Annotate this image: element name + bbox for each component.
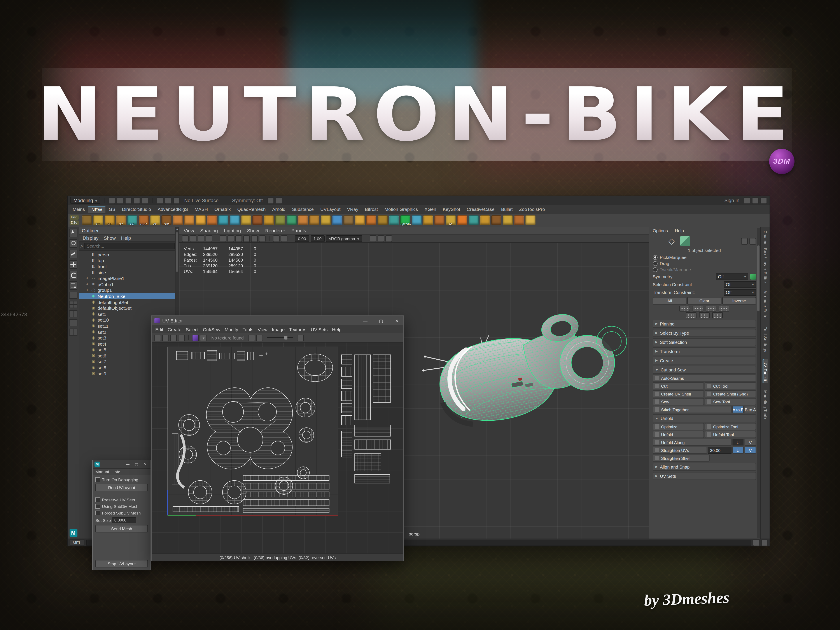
shelf-tool-icon[interactable] bbox=[207, 215, 217, 225]
shelf-tool-icon[interactable] bbox=[434, 215, 444, 225]
grid-snap-icon[interactable] bbox=[741, 238, 748, 244]
shelf-tab[interactable]: Ornatrix bbox=[211, 206, 234, 212]
shelf-tool-icon[interactable] bbox=[229, 215, 240, 225]
shelf-tool-icon[interactable] bbox=[218, 215, 228, 225]
expand-toggle[interactable]: + bbox=[85, 288, 89, 292]
help-menu[interactable]: Help bbox=[675, 228, 684, 233]
shelf-tool-icon[interactable] bbox=[309, 215, 319, 225]
rotate-tool-icon[interactable] bbox=[69, 271, 77, 279]
pixel-snap-icon[interactable] bbox=[750, 238, 756, 244]
preserve-uvsets-row[interactable]: Preserve UV Sets bbox=[95, 497, 148, 502]
to-uv-icon[interactable] bbox=[679, 306, 690, 311]
forced-subdiv-row[interactable]: Forced SubDiv Mesh bbox=[95, 510, 148, 515]
neutron-bike-model[interactable] bbox=[422, 293, 630, 448]
shelf-tab[interactable]: Motion Graphics bbox=[381, 206, 421, 212]
toolkit-action-button[interactable]: Cut bbox=[653, 382, 704, 389]
renderer-icon[interactable] bbox=[370, 235, 376, 242]
shelf-tool-icon[interactable] bbox=[184, 215, 194, 225]
shading-smooth-icon[interactable] bbox=[235, 235, 242, 242]
minimize-button[interactable]: — bbox=[124, 461, 131, 468]
radio-option[interactable]: Tweak/Marquee bbox=[653, 267, 756, 273]
checkbox-icon[interactable] bbox=[95, 477, 100, 482]
outliner-item[interactable]: side bbox=[79, 270, 179, 275]
toolkit-tool-button[interactable]: Optimize Tool bbox=[705, 423, 756, 430]
panel-menu-item[interactable]: Renderer bbox=[265, 228, 285, 233]
move-tool-icon[interactable] bbox=[69, 260, 77, 268]
exposure-field[interactable]: 0.00 bbox=[295, 235, 309, 242]
uv-menu-item[interactable]: Textures bbox=[289, 327, 306, 332]
uvlayout-tab[interactable]: Info bbox=[113, 469, 120, 474]
uv-menu-item[interactable]: Modify bbox=[225, 327, 238, 332]
dropdown-value[interactable]: Off bbox=[716, 273, 748, 280]
to-shell-icon[interactable] bbox=[686, 313, 696, 318]
outliner-item[interactable]: persp bbox=[79, 251, 179, 257]
undo-icon[interactable] bbox=[133, 197, 140, 204]
select-action-button[interactable]: Inverse bbox=[722, 297, 756, 305]
outliner-item[interactable]: + group1 bbox=[79, 287, 179, 293]
uv-menu-item[interactable]: Tools bbox=[243, 327, 253, 332]
to-face-icon[interactable] bbox=[706, 306, 716, 311]
lock-camera-icon[interactable] bbox=[190, 235, 196, 242]
aa-icon[interactable] bbox=[385, 235, 392, 242]
shelf-tool-icon[interactable] bbox=[321, 215, 330, 225]
shadows-icon[interactable] bbox=[259, 235, 265, 242]
toolkit-action-button[interactable]: Sew bbox=[653, 398, 704, 405]
uv-menu-item[interactable]: Select bbox=[186, 327, 198, 332]
outliner-menu-item[interactable]: Help bbox=[121, 235, 131, 240]
expand-toggle[interactable]: + bbox=[85, 276, 89, 280]
radio-icon[interactable] bbox=[653, 261, 658, 266]
uv-isolate-icon[interactable] bbox=[178, 335, 185, 341]
expand-toggle[interactable]: + bbox=[85, 282, 89, 287]
maximize-button[interactable]: ▢ bbox=[374, 316, 388, 325]
maximize-button[interactable]: ▢ bbox=[133, 461, 140, 468]
shelf-tab[interactable]: Bullet bbox=[498, 206, 516, 212]
section-header[interactable]: Create bbox=[653, 357, 756, 365]
shelf-tab[interactable]: XGen bbox=[421, 206, 439, 212]
xray-icon[interactable] bbox=[281, 235, 287, 242]
panel-menu-item[interactable]: Panels bbox=[291, 228, 306, 233]
uv-menu-item[interactable]: UV Sets bbox=[311, 327, 328, 332]
sidebar-vertical-tab[interactable]: Modeling Toolkit bbox=[763, 390, 767, 422]
shelf-tool-icon[interactable]: Hist bbox=[161, 215, 171, 225]
toolkit-tool-button[interactable]: Sew Tool bbox=[705, 398, 756, 405]
sign-in-link[interactable]: Sign In bbox=[725, 198, 740, 203]
shading-wireframe-icon[interactable] bbox=[227, 235, 234, 242]
straighten-uvs-button[interactable]: Straighten UVs bbox=[653, 447, 707, 454]
shelf-tool-icon[interactable] bbox=[491, 215, 501, 225]
unfold-along-button[interactable]: Unfold Along bbox=[653, 439, 731, 446]
outliner-item[interactable]: defaultObjectSet bbox=[79, 305, 179, 311]
shelf-tab[interactable]: MASH bbox=[191, 206, 211, 212]
scrollbar-thumb[interactable] bbox=[757, 245, 759, 311]
symmetry-status[interactable]: Symmetry: Off bbox=[232, 198, 263, 203]
shelf-tab[interactable]: NEW bbox=[88, 205, 105, 213]
shelf-tool-icon[interactable] bbox=[412, 215, 422, 225]
shelf-tool-icon[interactable] bbox=[514, 215, 524, 225]
shelf-tab[interactable]: ZooToolsPro bbox=[516, 206, 548, 212]
menu-set-selector[interactable]: Modeling bbox=[70, 197, 100, 204]
bookmark-icon[interactable] bbox=[205, 235, 212, 242]
shelf-tool-icon[interactable] bbox=[82, 215, 92, 225]
close-button[interactable]: ✕ bbox=[142, 461, 149, 468]
section-header[interactable]: Select By Type bbox=[653, 329, 756, 337]
snap-curve-icon[interactable] bbox=[165, 197, 172, 204]
straighten-shell-button[interactable]: Straighten Shell bbox=[653, 455, 710, 461]
shelf-tool-icon[interactable]: HUO bbox=[139, 215, 148, 225]
shelf-tab[interactable]: VRay bbox=[344, 206, 362, 212]
lighting-icon[interactable] bbox=[251, 235, 258, 242]
debug-checkbox-row[interactable]: Turn On Debugging bbox=[95, 477, 148, 482]
uv-menu-item[interactable]: Cut/Sew bbox=[203, 327, 220, 332]
panel-menu-item[interactable]: Shading bbox=[200, 228, 218, 233]
uv-menu-item[interactable]: Edit bbox=[155, 327, 163, 332]
outliner-search-input[interactable] bbox=[84, 243, 175, 249]
view-transform-select[interactable]: sRGB gamma bbox=[326, 235, 362, 242]
shelf-tool-icon[interactable] bbox=[195, 215, 205, 225]
save-scene-icon[interactable] bbox=[125, 197, 132, 204]
component-select-icon[interactable]: ◇ bbox=[667, 236, 676, 246]
radio-option[interactable]: Pick/Marquee bbox=[653, 254, 756, 260]
toolkit-action-button[interactable]: Create UV Shell bbox=[653, 390, 704, 397]
dim-image-icon[interactable] bbox=[256, 335, 263, 341]
radio-option[interactable]: Drag bbox=[653, 260, 756, 267]
stop-uvlayout-button[interactable]: Stop UVLayout bbox=[95, 560, 148, 567]
uv-options-icon[interactable] bbox=[297, 335, 304, 341]
shelf-tab[interactable]: Substance bbox=[289, 206, 317, 212]
